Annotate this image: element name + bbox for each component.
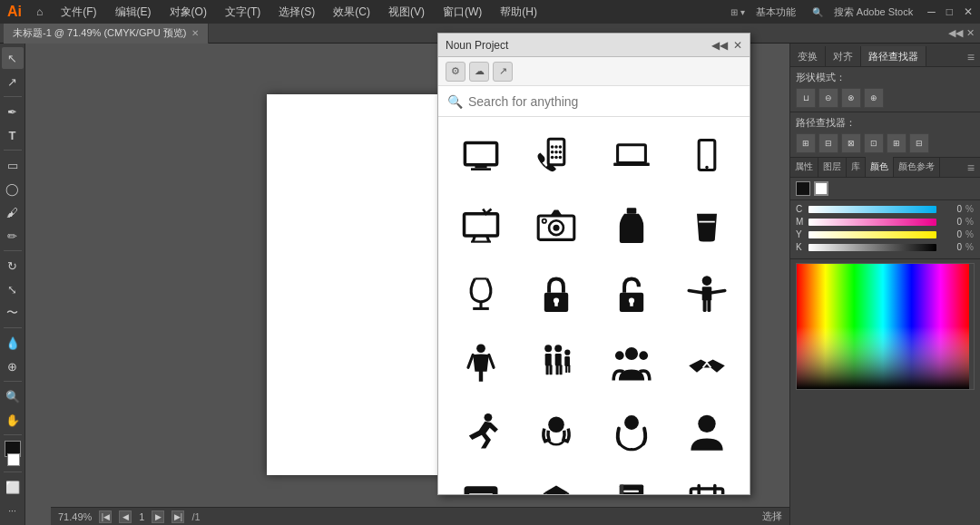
c-slider[interactable] [808, 206, 936, 213]
icon-mobile[interactable] [671, 124, 742, 190]
stroke-swatch[interactable] [814, 181, 828, 196]
icon-laptop[interactable] [596, 124, 668, 190]
prev-btn[interactable]: ◀ [119, 510, 132, 523]
icon-calendar-check[interactable] [671, 469, 742, 494]
scale-tool[interactable]: ⤡ [2, 278, 24, 300]
zoom-level[interactable]: 71.49% [58, 511, 92, 522]
icon-wine[interactable] [446, 262, 517, 327]
stroke-color[interactable] [7, 453, 20, 466]
icon-person-arms[interactable] [671, 262, 742, 327]
k-slider[interactable] [808, 244, 936, 251]
outline-btn[interactable]: ⊞ [887, 133, 906, 153]
exclude-btn[interactable]: ⊕ [864, 88, 884, 108]
icon-book[interactable] [596, 469, 668, 494]
tab-align[interactable]: 对齐 [826, 46, 861, 66]
icon-woman[interactable] [446, 331, 517, 396]
type-tool[interactable]: T [2, 124, 24, 146]
noun-search-input[interactable] [468, 94, 740, 109]
close-btn[interactable]: ✕ [964, 5, 973, 18]
color-spectrum[interactable] [796, 263, 975, 390]
hand-tool[interactable]: ✋ [2, 409, 24, 431]
tab-close-btn[interactable]: ✕ [191, 28, 199, 38]
noun-bookmark-btn[interactable]: ☁ [469, 62, 489, 82]
icon-tv[interactable] [446, 193, 517, 258]
pencil-tool[interactable]: ✏ [2, 225, 24, 247]
noun-panel-collapse-btn[interactable]: ◀◀ [711, 39, 728, 52]
next-page-btn[interactable]: ▶| [172, 510, 184, 523]
icon-handshake[interactable] [671, 331, 742, 396]
color-panel-menu-btn[interactable]: ≡ [962, 159, 980, 177]
brush-tool[interactable]: 🖌 [2, 201, 24, 223]
intersect-btn[interactable]: ⊗ [841, 88, 861, 108]
menu-file[interactable]: 文件(F) [57, 3, 100, 22]
tab-transform[interactable]: 变换 [790, 46, 826, 66]
menu-view[interactable]: 视图(V) [385, 3, 428, 22]
fill-swatch[interactable] [796, 181, 810, 196]
eyedropper-tool[interactable]: 💧 [2, 332, 24, 354]
ellipse-tool[interactable]: ◯ [2, 178, 24, 199]
panel-collapse-btn[interactable]: ◀◀ [948, 27, 963, 39]
pen-tool[interactable]: ✒ [2, 101, 24, 122]
menu-text[interactable]: 文字(T) [221, 3, 264, 22]
crop-btn[interactable]: ⊡ [864, 133, 884, 153]
minus-back-btn[interactable]: ⊟ [909, 133, 929, 153]
icon-profile-silhouette[interactable] [671, 400, 742, 465]
prev-page-btn[interactable]: |◀ [99, 510, 112, 523]
icon-lock-closed[interactable] [521, 262, 593, 327]
divide-btn[interactable]: ⊞ [796, 133, 816, 153]
icon-phone-dial[interactable] [521, 124, 593, 190]
rotate-tool[interactable]: ↻ [2, 255, 24, 277]
icon-headphones-person[interactable] [596, 400, 668, 465]
panel-menu-btn[interactable]: ≡ [962, 48, 980, 66]
document-tab[interactable]: 未标题-1 @ 71.49% (CMYK/GPU 预览) ✕ [4, 24, 209, 44]
noun-share-btn[interactable]: ↗ [493, 62, 513, 82]
tab-color-ref[interactable]: 颜色参考 [894, 157, 940, 177]
trim-btn[interactable]: ⊟ [818, 133, 838, 153]
minimize-btn[interactable]: ─ [927, 5, 936, 18]
menu-select[interactable]: 选择(S) [275, 3, 318, 22]
m-slider[interactable] [808, 219, 936, 226]
rect-tool[interactable]: ▭ [2, 154, 24, 176]
select-tool[interactable]: ↖ [2, 47, 24, 69]
tab-layers[interactable]: 图层 [818, 157, 847, 177]
noun-settings-btn[interactable]: ⚙ [446, 62, 466, 82]
merge-btn[interactable]: ⊠ [841, 133, 861, 153]
next-btn[interactable]: ▶ [152, 510, 164, 523]
menu-edit[interactable]: 编辑(E) [112, 3, 155, 22]
icon-running[interactable] [446, 400, 517, 465]
menu-help[interactable]: 帮助(H) [496, 3, 541, 22]
tab-properties[interactable]: 属性 [790, 157, 818, 177]
icon-monitor[interactable] [446, 124, 517, 190]
zoom-tool[interactable]: 🔍 [2, 385, 24, 407]
minus-front-btn[interactable]: ⊖ [818, 88, 838, 108]
noun-panel-close-btn[interactable]: ✕ [733, 39, 742, 52]
warp-tool[interactable]: 〜 [2, 302, 24, 324]
unite-btn[interactable]: ⊔ [796, 88, 816, 108]
home-icon[interactable]: ⌂ [36, 5, 43, 18]
menu-window[interactable]: 窗口(W) [439, 3, 485, 22]
tab-pathfinder[interactable]: 路径查找器 [861, 46, 926, 66]
tab-color[interactable]: 颜色 [866, 157, 894, 177]
more-tools[interactable]: ··· [2, 500, 24, 521]
icon-camera[interactable] [521, 193, 593, 258]
tab-library[interactable]: 库 [847, 157, 866, 177]
maximize-btn[interactable]: □ [946, 5, 953, 18]
menu-effect[interactable]: 效果(C) [329, 3, 374, 22]
icon-chat[interactable] [446, 469, 517, 494]
search-stock-label[interactable]: 搜索 Adobe Stock [834, 5, 913, 19]
svg-rect-48 [555, 354, 562, 365]
icon-dropbox[interactable] [521, 469, 593, 494]
icon-group[interactable] [596, 331, 668, 396]
panel-expand-btn[interactable]: ✕ [966, 27, 975, 39]
y-slider[interactable] [808, 231, 936, 238]
icon-headset-profile[interactable] [521, 400, 593, 465]
icon-cup[interactable] [671, 193, 742, 258]
icon-lock-open[interactable] [596, 262, 668, 327]
direct-select-tool[interactable]: ↗ [2, 71, 24, 92]
fill-none[interactable]: ⬜ [2, 476, 24, 498]
icon-bottle[interactable] [596, 193, 668, 258]
menu-object[interactable]: 对象(O) [166, 3, 211, 22]
icon-family[interactable] [521, 331, 593, 396]
svg-rect-27 [627, 208, 637, 214]
blend-tool[interactable]: ⊕ [2, 355, 24, 377]
